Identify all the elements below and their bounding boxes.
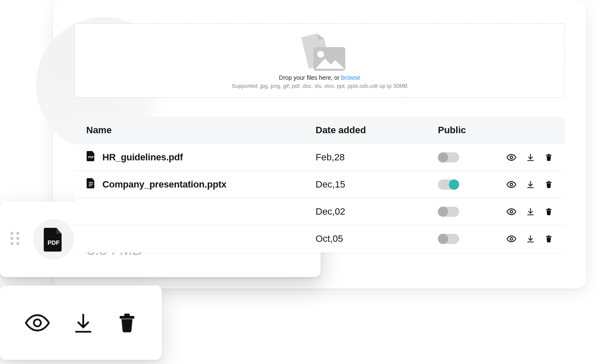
table-row: Company_presentation.pptxDec,15 [74,171,565,198]
svg-point-15 [510,238,513,240]
svg-point-9 [510,183,513,186]
svg-rect-11 [548,181,550,182]
file-type-icon [86,178,96,191]
svg-point-12 [510,210,513,213]
table-row: Oct,05 [74,225,565,252]
svg-rect-4 [546,154,551,155]
file-date: Dec,15 [316,179,438,190]
drag-handle-icon[interactable] [9,230,20,249]
file-date: Dec,02 [316,206,438,217]
files-table: Name Date added Public PDFHR_guidelines.… [74,117,565,252]
view-button[interactable] [506,234,516,244]
delete-button[interactable] [545,234,553,244]
pdf-file-icon: PDF [33,219,74,260]
view-button[interactable] [506,152,516,162]
public-toggle[interactable] [438,152,459,162]
public-toggle[interactable] [438,234,459,244]
file-type-icon: PDF [86,151,96,164]
svg-point-22 [11,242,14,245]
file-name: Company_presentation.pptx [102,179,226,190]
download-button[interactable] [526,207,535,217]
svg-point-18 [11,232,14,235]
svg-point-21 [17,237,20,240]
file-name: HR_guidelines.pdf [102,152,183,163]
view-button[interactable] [24,310,51,336]
svg-point-1 [317,51,324,58]
header-date: Date added [316,125,438,136]
public-toggle[interactable] [438,207,459,217]
view-button[interactable] [506,207,516,217]
delete-button[interactable] [545,179,553,190]
svg-text:PDF: PDF [88,156,94,159]
svg-point-23 [17,242,20,245]
file-type-icon [86,206,96,217]
svg-text:PDF: PDF [48,239,59,246]
delete-button[interactable] [545,152,553,162]
svg-rect-14 [548,208,550,209]
file-type-icon [86,233,96,244]
svg-rect-10 [546,182,551,182]
dropzone-text-prefix: Drop your files here, or [279,74,341,81]
dropzone-text: Drop your files here, or browse [279,74,360,81]
table-header-row: Name Date added Public [74,117,565,144]
download-button[interactable] [526,179,535,190]
svg-point-25 [34,319,41,326]
svg-rect-16 [546,236,551,237]
download-button[interactable] [71,311,95,335]
table-row: Dec,02 [74,198,565,225]
svg-point-20 [11,237,14,240]
header-public: Public [438,125,502,136]
svg-point-3 [510,156,513,159]
download-button[interactable] [526,152,535,162]
delete-button[interactable] [545,207,553,217]
svg-point-19 [17,232,20,235]
dropzone-supported-text: Supported: jpg, png, gif, pdf, doc, xls,… [231,83,407,89]
dropzone-illustration [290,32,350,73]
svg-rect-13 [546,209,551,210]
browse-link[interactable]: browse [341,74,360,81]
delete-button[interactable] [116,311,138,335]
table-row: PDFHR_guidelines.pdfFeb,28 [74,144,565,171]
file-manager-panel: Drop your files here, or browse Supporte… [53,0,586,288]
svg-rect-17 [548,235,550,236]
file-dropzone[interactable]: Drop your files here, or browse Supporte… [74,23,565,98]
header-name: Name [86,125,316,136]
view-button[interactable] [506,179,516,190]
svg-rect-5 [548,154,550,154]
public-toggle[interactable] [438,179,459,190]
download-button[interactable] [526,234,535,244]
file-date: Feb,28 [316,152,438,163]
row-actions-popover [0,286,162,360]
file-date: Oct,05 [316,233,438,244]
svg-rect-27 [124,314,130,316]
